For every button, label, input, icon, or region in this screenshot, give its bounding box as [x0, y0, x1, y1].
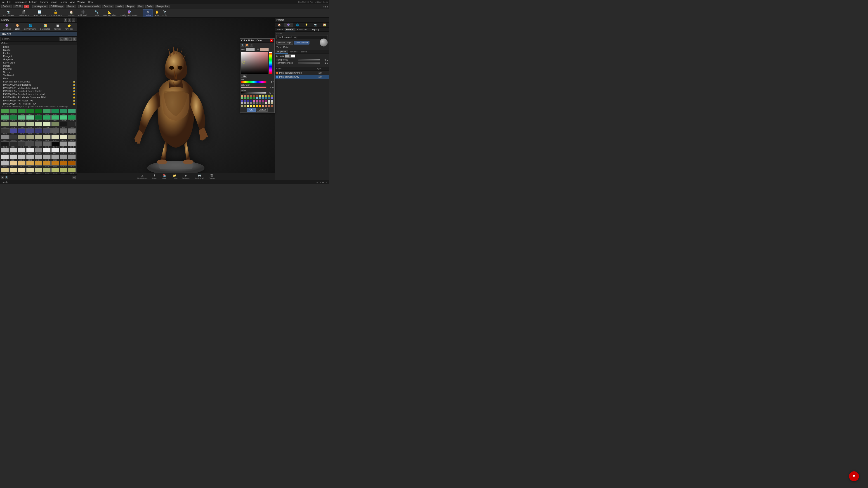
cp-hex-btn[interactable]: #: [250, 43, 253, 47]
swatch-cell[interactable]: 760-1: [34, 115, 42, 122]
perf-mode[interactable]: Performance Mode: [79, 5, 101, 8]
tab-label-scene[interactable]: Scene: [275, 28, 285, 31]
swatch-cell[interactable]: 820-2: [9, 168, 18, 174]
color-item-pantone-met[interactable]: PANTONE® - METALLICS Coated 🔒: [0, 86, 76, 90]
cp-mode-hsv[interactable]: HSV: [241, 74, 247, 78]
swatch-cell[interactable]: 800-2: [26, 135, 34, 141]
cp-swatch-item[interactable]: [271, 105, 274, 107]
tab-lighting[interactable]: 💡: [302, 23, 311, 27]
swatch-cell[interactable]: 770-2: [26, 122, 34, 128]
tab-environment[interactable]: 🌐: [293, 23, 302, 27]
swatch-cell[interactable]: 800-6: [59, 135, 68, 141]
swatch-cell[interactable]: 810-M: [68, 161, 76, 167]
cp-swatch-item[interactable]: [241, 95, 243, 97]
tab-colors[interactable]: 🎨 Colors: [13, 24, 22, 31]
cp-swatch-item[interactable]: [247, 105, 250, 107]
cp-swatch-item[interactable]: [244, 95, 246, 97]
swatch-cell[interactable]: 780-3: [1, 128, 9, 135]
color-swatch-white[interactable]: [290, 55, 295, 58]
swatch-cell[interactable]: 790-1: [34, 128, 42, 135]
swatch-cell[interactable]: 810-4: [43, 161, 51, 167]
cp-swatch-item[interactable]: [244, 97, 246, 99]
library-close-btn[interactable]: ✕: [72, 19, 75, 22]
swatch-cell[interactable]: 820-3: [18, 168, 26, 174]
swatch-cell[interactable]: 810-5: [51, 161, 59, 167]
swatch-cell[interactable]: 840-5: [51, 155, 59, 161]
swatch-cell[interactable]: 800-1: [18, 135, 26, 141]
cp-swatch-item[interactable]: [259, 102, 261, 104]
geometry-view-btn[interactable]: 📐 Geometry View: [101, 10, 118, 17]
pause-btn2[interactable]: Pause: [66, 5, 75, 8]
cp-eyedropper-btn[interactable]: 🔍: [241, 43, 244, 47]
cp-swatch-item[interactable]: [250, 95, 252, 97]
cp-swatch-item[interactable]: [250, 102, 252, 104]
swatch-cell[interactable]: 810-6: [59, 161, 68, 167]
color-item-serene[interactable]: Serene: [0, 70, 76, 74]
menu-file[interactable]: File: [1, 1, 4, 3]
bottom-right-btn[interactable]: ⊕: [72, 176, 76, 179]
tab-materials[interactable]: 🔮 Materials: [1, 24, 13, 31]
tab-image-right[interactable]: 🖼️: [320, 23, 329, 27]
tab-favorites[interactable]: ⭐ Favorites: [63, 24, 75, 31]
material-name-input[interactable]: [276, 35, 328, 39]
cp-hue-slider[interactable]: [241, 81, 267, 83]
swatch-cell[interactable]: 750-3: [68, 109, 76, 115]
swatch-cell[interactable]: 830-3: [59, 148, 68, 154]
tab-label-material[interactable]: Material: [285, 28, 296, 31]
cp-swatch-item[interactable]: [265, 102, 268, 104]
cp-gradient-container[interactable]: [241, 52, 272, 74]
roughness-slider[interactable]: [298, 59, 320, 61]
pause-button[interactable]: ⏸: [24, 5, 29, 8]
swatch-cell[interactable]: 850-2: [9, 161, 18, 167]
menu-window[interactable]: Window: [77, 1, 86, 3]
swatch-cell[interactable]: 840-M: [68, 155, 76, 161]
project-btn[interactable]: 📁 Project: [170, 173, 179, 180]
cp-swatch-item[interactable]: [256, 95, 258, 97]
menu-view[interactable]: View: [70, 1, 75, 3]
color-item-kelvin[interactable]: Kelvin Light: [0, 61, 76, 64]
cp-val-slider[interactable]: [241, 92, 267, 94]
denoise[interactable]: Denoise: [102, 5, 114, 8]
zoom-level[interactable]: 100 %: [13, 5, 23, 8]
cp-swatch-item[interactable]: [253, 100, 255, 102]
swatch-cell[interactable]: 740-2: [1, 109, 9, 115]
cp-swatch-item[interactable]: [265, 105, 268, 107]
cp-swatch-item[interactable]: [268, 95, 270, 97]
import-btn[interactable]: ⬇ Import: [151, 173, 159, 180]
swatch-cell[interactable]: 840-4: [43, 155, 51, 161]
color-item-grayscale[interactable]: Grayscale: [0, 58, 76, 61]
color-swatch-main[interactable]: [285, 55, 289, 58]
swatch-cell[interactable]: 810-2: [26, 161, 34, 167]
tab-label-lighting[interactable]: Lighting: [310, 28, 321, 31]
tab-scene[interactable]: 🏠: [275, 23, 284, 27]
cp-swatch-item[interactable]: [268, 100, 270, 102]
swatch-cell[interactable]: 810-1: [18, 161, 26, 167]
swatch-cell[interactable]: 750-2: [59, 109, 68, 115]
swatch-cell[interactable]: 790-4: [59, 128, 68, 135]
cp-close-btn[interactable]: ✕: [270, 39, 273, 42]
color-item-metals[interactable]: Metals: [0, 64, 76, 67]
cp-swatch-item[interactable]: [262, 97, 265, 99]
tools-btn[interactable]: 🔧 Tools: [93, 10, 100, 17]
tab-textures[interactable]: 🔲 Textures: [52, 24, 63, 31]
mat-item-orange[interactable]: Paint Textured Orange Paint: [275, 71, 329, 75]
tab-backplates[interactable]: 🖼️ Backplates: [38, 24, 52, 31]
menu-help[interactable]: Help: [88, 1, 93, 3]
cp-cancel-btn[interactable]: Cancel: [256, 108, 268, 111]
color-item-classic[interactable]: Classic: [0, 48, 76, 52]
tab-label-environment[interactable]: Environment: [296, 28, 311, 31]
swatch-cell[interactable]: 740-4: [18, 109, 26, 115]
swatch-cell[interactable]: 810-M: [51, 141, 59, 148]
sub-tab-textures[interactable]: Textures: [288, 50, 299, 54]
swatch-cell[interactable]: 810-5: [34, 141, 42, 148]
cp-swatch-item[interactable]: [253, 105, 255, 107]
cp-sat-slider[interactable]: [241, 87, 267, 88]
cp-swatch-item[interactable]: [241, 100, 243, 102]
cp-swatch-item[interactable]: [241, 102, 243, 104]
swatch-cell[interactable]: 770-M: [51, 122, 59, 128]
cloud-library-bottom[interactable]: ☁ Cloud Library: [135, 173, 149, 180]
swatch-cell[interactable]: 820-4: [9, 148, 18, 154]
library-btn[interactable]: 📚 Library: [160, 173, 168, 180]
configurator-btn[interactable]: 🔮 Configurator Wizard: [119, 10, 140, 17]
cp-swatch-item[interactable]: [271, 97, 274, 99]
